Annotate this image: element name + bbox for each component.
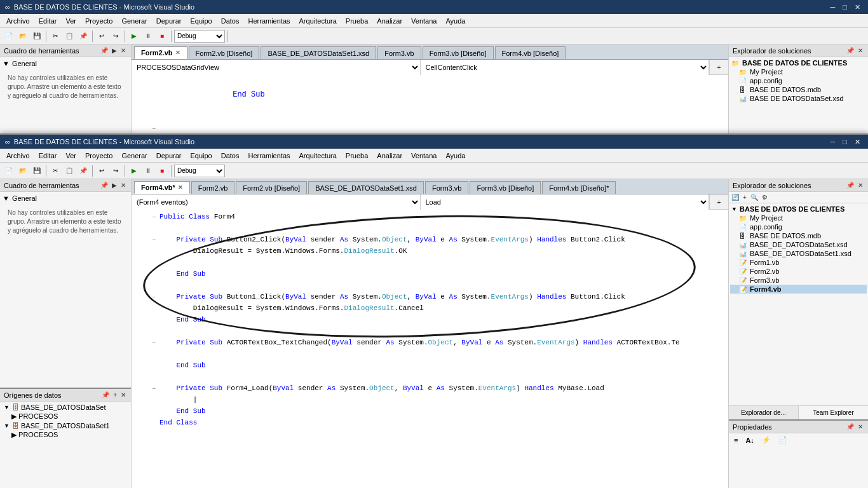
menu-ayuda-2[interactable]: Ayuda: [442, 151, 469, 161]
tree-item[interactable]: 📄 app.config: [730, 222, 867, 231]
undo-btn-2[interactable]: ↩: [95, 165, 108, 177]
menu-datos-2[interactable]: Datos: [217, 151, 243, 161]
props-alphabetical-btn[interactable]: A↓: [743, 435, 756, 445]
datasource-item[interactable]: ▼ 🗄 BASE_DE_DATOSDataSet: [3, 403, 128, 412]
pin-icon-2[interactable]: 📌: [99, 181, 109, 189]
menu-herramientas-1[interactable]: Herramientas: [245, 16, 294, 26]
props-close[interactable]: ✕: [857, 423, 864, 431]
open-btn-1[interactable]: 📂: [17, 30, 29, 43]
paste-btn-1[interactable]: 📌: [77, 30, 90, 43]
close-icon-2[interactable]: ✕: [119, 181, 127, 189]
menu-equipo-1[interactable]: Equipo: [186, 16, 215, 26]
config-dropdown-2[interactable]: Debug: [174, 165, 225, 177]
cut-btn-2[interactable]: ✂: [49, 165, 62, 177]
new-btn-1[interactable]: 📄: [3, 30, 15, 43]
maximize-btn-1[interactable]: □: [840, 3, 850, 11]
menu-prueba-2[interactable]: Prueba: [342, 151, 372, 161]
menu-prueba-1[interactable]: Prueba: [342, 16, 372, 26]
close-btn-2[interactable]: ✕: [852, 138, 863, 146]
copy-btn-2[interactable]: 📋: [63, 165, 76, 177]
close-icon-1[interactable]: ✕: [119, 46, 127, 55]
tree-item[interactable]: 📁 My Project: [730, 214, 867, 222]
tab-form4vb-2[interactable]: Form4.vb* ✕: [134, 181, 190, 194]
menu-equipo-2[interactable]: Equipo: [186, 151, 215, 161]
tab-form3design-2[interactable]: Form3.vb [Diseño]: [470, 181, 541, 194]
datasource-item[interactable]: ▼ 🗄 BASE_DE_DATOSDataSet1: [3, 421, 128, 430]
class-select-1[interactable]: PROCESOSDataGridView: [132, 60, 421, 75]
tab-dataset-1[interactable]: BASE_DE_DATOSDataSet1.xsd: [261, 46, 376, 59]
menu-arquitectura-1[interactable]: Arquitectura: [295, 16, 341, 26]
menu-depurar-1[interactable]: Depurar: [153, 16, 186, 26]
datasources-add[interactable]: +: [112, 391, 118, 399]
new-btn-2[interactable]: 📄: [3, 165, 15, 177]
redo-btn-2[interactable]: ↪: [109, 165, 122, 177]
sol-close-2[interactable]: ✕: [857, 181, 864, 189]
datasources-close[interactable]: ✕: [119, 391, 127, 399]
menu-analizar-1[interactable]: Analizar: [373, 16, 406, 26]
tree-root[interactable]: ▼ BASE DE DATOS DE CLIENTES: [730, 205, 867, 214]
tab-team-explorer[interactable]: Team Explorer: [799, 406, 868, 419]
tree-item[interactable]: 📝 Form1.vb: [730, 258, 867, 267]
minimize-btn-1[interactable]: ─: [828, 3, 838, 11]
datasource-child[interactable]: ▶ PROCESOS: [3, 412, 128, 421]
paste-btn-2[interactable]: 📌: [77, 165, 90, 177]
save-btn-1[interactable]: 💾: [31, 30, 43, 43]
class-select-2[interactable]: (Form4 eventos): [132, 194, 421, 210]
menu-generar-2[interactable]: Generar: [118, 151, 151, 161]
menu-herramientas-2[interactable]: Herramientas: [245, 151, 294, 161]
tree-item[interactable]: 🗄 BASE DE DATOS.mdb: [730, 85, 867, 94]
props-categorized-btn[interactable]: ≡: [731, 435, 740, 445]
toolbox-section-header-1[interactable]: ▼ General: [3, 58, 128, 69]
menu-analizar-2[interactable]: Analizar: [373, 151, 406, 161]
run-btn-1[interactable]: ▶: [128, 30, 140, 43]
tab-form3-1[interactable]: Form3.vb: [377, 46, 421, 59]
arrow-icon-2[interactable]: ▶: [111, 181, 118, 189]
stop-btn-2[interactable]: ■: [156, 165, 168, 177]
tab-form2vb-1[interactable]: Form2.vb ✕: [134, 46, 187, 59]
menu-ventana-1[interactable]: Ventana: [407, 16, 440, 26]
minimize-btn-2[interactable]: ─: [828, 138, 838, 146]
props-pages-btn[interactable]: 📄: [776, 435, 790, 445]
arrow-icon-1[interactable]: ▶: [111, 46, 118, 55]
tab-dataset-2[interactable]: BASE_DE_DATOSDataSet1.xsd: [308, 181, 424, 194]
sol-settings-icon[interactable]: ⚙: [761, 193, 769, 201]
menu-depurar-2[interactable]: Depurar: [153, 151, 186, 161]
solution-pin-1[interactable]: 📌: [845, 46, 855, 55]
copy-btn-1[interactable]: 📋: [63, 30, 76, 43]
tree-item[interactable]: 📊 BASE_DE_DATOSDataSet1.xsd: [730, 249, 867, 258]
redo-btn-1[interactable]: ↪: [109, 30, 122, 43]
props-events-btn[interactable]: ⚡: [759, 435, 773, 445]
menu-ventana-2[interactable]: Ventana: [407, 151, 440, 161]
run-btn-2[interactable]: ▶: [128, 165, 140, 177]
sol-add-icon[interactable]: +: [742, 193, 748, 201]
props-pin[interactable]: 📌: [845, 423, 855, 431]
menu-editar-2[interactable]: Editar: [35, 151, 61, 161]
nav-expand-btn-1[interactable]: +: [709, 60, 728, 74]
sol-pin-2[interactable]: 📌: [845, 181, 855, 189]
datasource-child[interactable]: ▶ PROCESOS: [3, 430, 128, 440]
sol-filter-icon[interactable]: 🔍: [749, 193, 759, 201]
tab-form3-2[interactable]: Form3.vb: [425, 181, 468, 194]
tab-form4design-1[interactable]: Form4.vb [Diseño]: [495, 46, 566, 59]
maximize-btn-2[interactable]: □: [840, 138, 850, 146]
tab-form2design-2[interactable]: Form2.vb [Diseño]: [236, 181, 307, 194]
tree-item[interactable]: 📁 My Project: [730, 67, 867, 76]
code-editor-2[interactable]: − Public Class Form4 − Private Sub Butto…: [132, 210, 728, 488]
tree-item[interactable]: 📄 app.config: [730, 76, 867, 85]
menu-datos-1[interactable]: Datos: [217, 16, 243, 26]
menu-ayuda-1[interactable]: Ayuda: [442, 16, 469, 26]
menu-arquitectura-2[interactable]: Arquitectura: [295, 151, 341, 161]
tree-item[interactable]: 📝 Form2.vb: [730, 267, 867, 276]
close-btn-1[interactable]: ✕: [852, 3, 863, 11]
pause-btn-1[interactable]: ⏸: [142, 30, 154, 43]
solution-close-1[interactable]: ✕: [857, 46, 864, 55]
tree-item[interactable]: 🗄 BASE DE DATOS.mdb: [730, 231, 867, 240]
menu-proyecto-1[interactable]: Proyecto: [81, 16, 116, 26]
method-select-2[interactable]: Load: [421, 194, 710, 210]
menu-archivo-1[interactable]: Archivo: [3, 16, 34, 26]
toolbox-section-header-2[interactable]: ▼ General: [3, 193, 128, 203]
tree-item[interactable]: 📁 BASE DE DATOS DE CLIENTES: [730, 58, 867, 67]
tree-item[interactable]: 📊 BASE DE DATOSDataSet.xsd: [730, 94, 867, 103]
tree-item-selected[interactable]: 📝 Form4.vb: [730, 285, 867, 294]
undo-btn-1[interactable]: ↩: [95, 30, 108, 43]
